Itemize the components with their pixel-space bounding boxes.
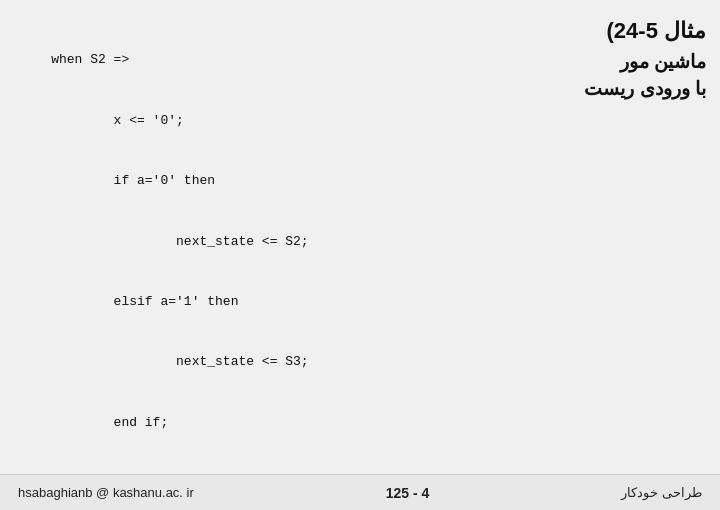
sidebar-line2: با ورودی ریست [520, 77, 706, 100]
code-line-5: elsif a='1' then [20, 292, 490, 312]
sidebar-line1: ماشین مور [520, 50, 706, 73]
sidebar: مثال 5-24) ماشین مور با ورودی ریست [510, 0, 720, 510]
code-line-2: x <= '0'; [20, 111, 490, 131]
footer-left: hsabaghianb @ kashanu.ac. ir [18, 485, 194, 500]
footer-center: 125 - 4 [386, 485, 430, 501]
code-line-6: next_state <= S3; [20, 352, 490, 372]
code-section: when S2 => x <= '0'; if a='0' then next_… [0, 0, 510, 510]
code-line-4: next_state <= S2; [20, 232, 490, 252]
footer-right: طراحی خودکار [621, 485, 702, 500]
code-line-1: when S2 => [20, 50, 490, 70]
bottom-bar: hsabaghianb @ kashanu.ac. ir 125 - 4 طرا… [0, 474, 720, 510]
main-content: when S2 => x <= '0'; if a='0' then next_… [0, 0, 720, 510]
sidebar-title: مثال 5-24) [520, 18, 706, 44]
code-line-7: end if; [20, 413, 490, 433]
code-line-3: if a='0' then [20, 171, 490, 191]
